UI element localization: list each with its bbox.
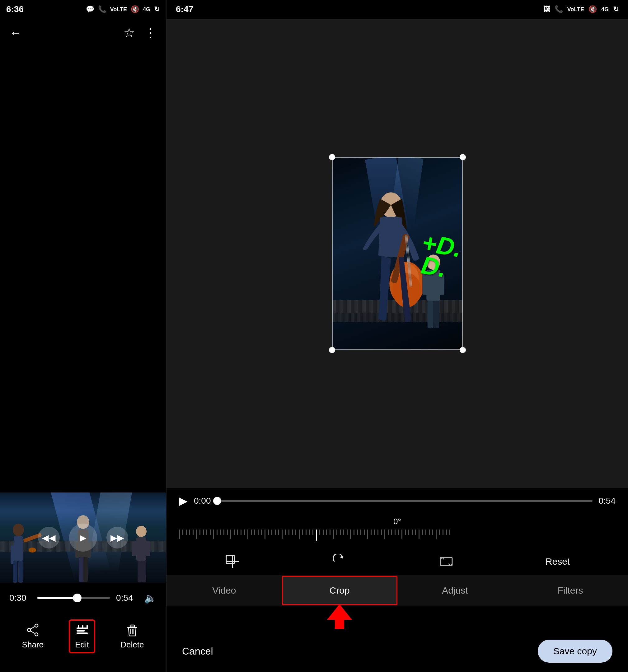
tabs-wrapper: Video Crop Adjust Filters: [166, 576, 628, 605]
svg-point-21: [27, 628, 30, 631]
timeline-row: 0:30 0:54 🔈: [9, 592, 157, 604]
ruler-ticks: [179, 529, 615, 541]
4g-icon-right: 4G: [601, 6, 609, 13]
save-copy-button[interactable]: Save copy: [538, 640, 612, 663]
crop-handle-bottom-left[interactable]: [329, 347, 335, 353]
right-panel: 6:47 🖼 📞 VoLTE 🔇 4G ↻: [166, 0, 628, 672]
svg-rect-11: [79, 557, 84, 582]
timeline-thumb: [73, 594, 82, 602]
edit-label: Edit: [75, 640, 89, 650]
playback-row-right: ▶ 0:00 0:54: [166, 488, 628, 514]
svg-point-19: [35, 624, 38, 627]
favorite-button[interactable]: ☆: [123, 25, 135, 40]
whatsapp-icon: 💬: [86, 5, 94, 14]
left-panel: 6:36 💬 📞 VoLTE 🔇 4G ↻ ← ☆ ⋮: [0, 0, 166, 672]
svg-rect-1: [14, 536, 23, 561]
share-label: Share: [22, 640, 44, 650]
current-time-right: 0:00: [194, 496, 211, 506]
mute-icon-right: 🔇: [588, 5, 597, 14]
rotate-tool-icon[interactable]: [331, 554, 347, 569]
forward-button[interactable]: ▶▶: [107, 527, 128, 549]
current-time-left: 0:30: [9, 593, 31, 603]
tab-filters[interactable]: Filters: [513, 576, 628, 605]
more-button[interactable]: ⋮: [144, 25, 157, 40]
end-time-right: 0:54: [599, 496, 616, 506]
mute-icon: 🔇: [131, 5, 139, 14]
svg-rect-29: [87, 625, 88, 629]
svg-point-20: [35, 633, 38, 636]
svg-rect-26: [76, 632, 88, 634]
svg-rect-27: [78, 625, 79, 629]
crop-frame-container[interactable]: +D. D.: [332, 157, 463, 350]
edit-icon: [75, 623, 89, 637]
svg-rect-16: [146, 541, 150, 556]
rotation-angle: 0°: [393, 517, 401, 526]
status-bar-right: 6:47 🖼 📞 VoLTE 🔇 4G ↻: [166, 0, 628, 19]
time-right: 6:47: [176, 4, 193, 14]
delete-label: Delete: [120, 640, 144, 650]
status-icons-right: 🖼 📞 VoLTE 🔇 4G ↻: [543, 5, 619, 14]
crop-video-content: +D. D.: [332, 157, 463, 350]
crop-video-area: +D. D.: [166, 19, 628, 488]
svg-rect-12: [84, 557, 88, 582]
cancel-button[interactable]: Cancel: [182, 646, 213, 657]
svg-line-22: [30, 627, 35, 629]
rotation-ruler[interactable]: [179, 529, 615, 541]
top-bar-left: ← ☆ ⋮: [0, 19, 166, 47]
timeline-bar-left[interactable]: [37, 597, 110, 599]
phone-icon: 📞: [98, 5, 107, 14]
volte-icon-right: VoLTE: [567, 6, 584, 13]
video-preview-left[interactable]: ◀◀ ▶ ▶▶: [0, 493, 166, 583]
back-button[interactable]: ←: [9, 26, 22, 40]
bottom-action-bar: Cancel Save copy: [166, 630, 628, 672]
crop-handle-top-left[interactable]: [329, 154, 335, 160]
arrow-pointing-to-crop: [327, 604, 352, 630]
gallery-icon-status: 🖼: [543, 5, 550, 14]
tab-crop[interactable]: Crop: [282, 576, 397, 605]
status-bar-left: 6:36 💬 📞 VoLTE 🔇 4G ↻: [0, 0, 166, 19]
edit-action[interactable]: Edit: [69, 619, 95, 653]
svg-rect-18: [142, 561, 146, 582]
share-action[interactable]: Share: [22, 623, 44, 650]
svg-rect-6: [13, 561, 18, 583]
bottom-controls-left: 0:30 0:54 🔈 Share: [0, 583, 166, 672]
crop-handle-top-right[interactable]: [460, 154, 466, 160]
svg-rect-48: [433, 301, 439, 328]
aspect-ratio-icon[interactable]: [439, 554, 454, 569]
svg-line-23: [30, 631, 35, 633]
svg-rect-14: [136, 537, 146, 561]
volume-icon[interactable]: 🔈: [144, 592, 157, 604]
seek-thumb-right: [213, 497, 221, 505]
resize-tool-icon[interactable]: [225, 554, 240, 569]
action-bar-left: Share Edit: [9, 613, 157, 666]
share-icon: [26, 623, 40, 637]
tabs-row: Video Crop Adjust Filters: [166, 576, 628, 605]
rotation-section: 0°: [166, 514, 628, 548]
time-left: 6:36: [6, 4, 24, 14]
svg-point-13: [136, 526, 146, 537]
svg-rect-31: [130, 625, 135, 627]
delete-action[interactable]: Delete: [120, 623, 144, 650]
svg-rect-5: [18, 561, 23, 583]
svg-rect-53: [440, 557, 452, 566]
tab-video[interactable]: Video: [166, 576, 282, 605]
svg-marker-54: [327, 604, 352, 629]
refresh-icon-right: ↻: [613, 5, 619, 14]
reset-button[interactable]: Reset: [545, 556, 570, 567]
volte-icon: VoLTE: [110, 6, 127, 13]
play-button-left[interactable]: ▶: [69, 524, 97, 552]
refresh-icon: ↻: [154, 5, 160, 14]
phone-icon-status: 📞: [555, 5, 563, 14]
delete-icon: [125, 623, 139, 637]
rewind-button[interactable]: ◀◀: [38, 527, 60, 549]
tab-adjust[interactable]: Adjust: [397, 576, 513, 605]
seek-bar-right[interactable]: [217, 500, 592, 502]
drummer: [126, 524, 157, 583]
play-button-right[interactable]: ▶: [179, 494, 188, 507]
crop-handle-bottom-right[interactable]: [460, 347, 466, 353]
svg-point-0: [13, 524, 24, 536]
svg-rect-49: [226, 555, 234, 563]
svg-rect-25: [76, 630, 85, 631]
svg-point-3: [29, 548, 36, 553]
timeline-progress: [37, 597, 77, 599]
